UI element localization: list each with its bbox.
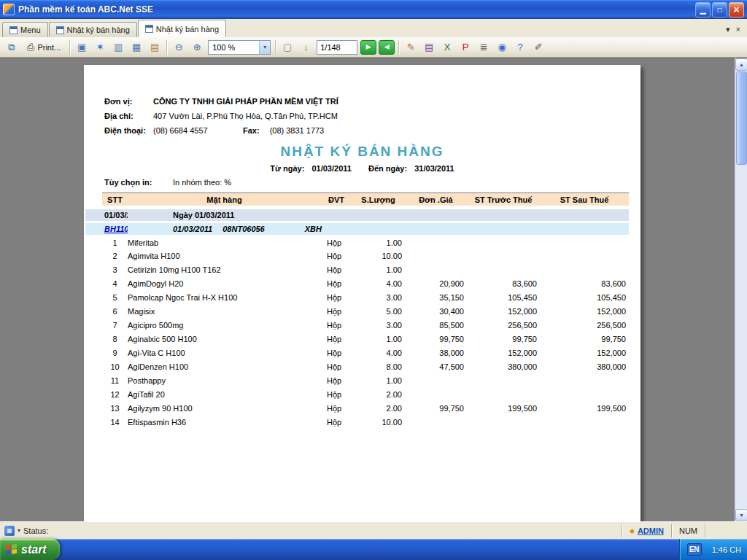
col-mat-hang: Mặt hàng	[128, 193, 321, 208]
item-unit: Hộp	[321, 319, 352, 332]
item-pre-tax	[467, 249, 540, 263]
close-button[interactable]: ×	[729, 2, 744, 18]
col-st-truoc-thue: ST Trước Thuế	[467, 193, 540, 208]
zoom-in-button[interactable]: ⊕	[188, 39, 206, 55]
row-spacer	[85, 291, 102, 305]
export-text-icon: ≣	[480, 42, 488, 52]
edit-page-icon: ✐	[535, 42, 543, 52]
item-name: Miferitab	[128, 236, 321, 249]
export-excel-button[interactable]: X	[438, 39, 456, 55]
item-stt: 6	[102, 305, 128, 319]
from-value: 01/03/2011	[311, 164, 351, 173]
next-page-button[interactable]: ▶	[360, 40, 376, 55]
item-row: 12AgiTafil 20Hộp2.00	[85, 388, 629, 402]
item-name: Eftispasmin H36	[128, 416, 321, 429]
multiple-pages-button[interactable]: ▦	[128, 39, 145, 55]
tab-dropdown-button[interactable]: ▾	[726, 26, 730, 34]
zoom-out-button[interactable]: ⊖	[170, 39, 187, 55]
item-stt: 10	[102, 360, 128, 374]
copy-icon: ▣	[77, 42, 86, 52]
item-unit: Hộp	[321, 416, 352, 429]
address-label: Địa chỉ:	[104, 109, 153, 123]
item-post-tax: 380,000	[540, 360, 629, 374]
scrollbar-thumb[interactable]	[736, 71, 747, 165]
item-pre-tax: 199,500	[467, 402, 540, 416]
item-row: 3Cetirizin 10mg H100 T162Hộp1.00	[85, 263, 629, 277]
tab-close-button[interactable]: ×	[736, 26, 740, 34]
group-date: 01/03/2011	[85, 208, 128, 222]
scroll-down-button[interactable]: ▼	[735, 509, 747, 521]
document-link[interactable]: BH1103/00001	[104, 225, 128, 233]
item-row: 14Eftispasmin H36Hộp10.00	[85, 416, 629, 429]
item-post-tax	[540, 263, 629, 277]
vertical-scrollbar[interactable]: ▲ ▼	[735, 58, 747, 521]
status-menu-icon[interactable]: ▦	[4, 526, 15, 536]
status-menu-arrow-icon[interactable]: ▾	[18, 527, 20, 534]
unit-value: CÔNG TY TNHH GIẢI PHÁP PHẦN MỀM VIỆT TRÍ	[153, 94, 338, 109]
toolbar-separator	[398, 40, 399, 55]
item-name: AgiDenzen H100	[128, 360, 321, 374]
export-text-button[interactable]: ≣	[475, 39, 492, 55]
item-name: Agi-Vita C H100	[128, 346, 321, 360]
item-price	[405, 236, 467, 249]
report-table: STT Mặt hàng ĐVT S.Lượng Đơn .Giá ST Trư…	[85, 192, 629, 429]
scroll-up-button[interactable]: ▲	[735, 58, 747, 71]
item-qty: 3.00	[352, 319, 405, 332]
tab-nhat-ky-ban-hang-2[interactable]: Nhật ký bán hàng	[138, 20, 226, 37]
print-button[interactable]: ⎙Print...	[21, 39, 66, 55]
item-row: 2Agimvita H100Hộp10.00	[85, 249, 629, 263]
item-unit: Hộp	[321, 402, 352, 416]
item-unit: Hộp	[321, 374, 352, 388]
item-pre-tax	[467, 263, 540, 277]
facing-pages-button[interactable]: ▥	[109, 39, 127, 55]
edit-button[interactable]: ✎	[402, 39, 419, 55]
row-spacer	[85, 374, 102, 388]
tab-menu[interactable]: Menu	[2, 22, 48, 37]
zoom-combo[interactable]: 100 %▾	[208, 40, 271, 55]
goto-page-button[interactable]: ↓	[297, 39, 314, 55]
maximize-button[interactable]: □	[712, 2, 727, 18]
language-indicator[interactable]: EN	[687, 543, 702, 556]
page-background-button[interactable]: ▤	[146, 39, 163, 55]
item-unit: Hộp	[321, 346, 352, 360]
edit-page-button[interactable]: ✐	[530, 39, 547, 55]
toolbar-separator	[69, 40, 70, 55]
snapshot-button[interactable]: ▢	[279, 39, 296, 55]
tab-nhat-ky-ban-hang-1[interactable]: Nhật ký bán hàng	[49, 22, 137, 37]
combo-dropdown-icon[interactable]: ▾	[259, 41, 270, 54]
export-pdf-button[interactable]: P	[457, 39, 474, 55]
help-button[interactable]: ?	[511, 39, 529, 55]
export-html-button[interactable]: ◉	[493, 39, 511, 55]
bookmarks-button[interactable]: ▤	[420, 39, 438, 55]
copy-button[interactable]: ▣	[73, 39, 90, 55]
customize-button[interactable]: ✶	[91, 39, 109, 55]
start-button[interactable]: start	[0, 539, 60, 560]
admin-label[interactable]: ADMIN	[638, 526, 664, 535]
phone-label: Điện thoại:	[104, 123, 153, 138]
document-map-button[interactable]: ⧉	[3, 39, 20, 55]
item-qty: 1.00	[352, 236, 405, 249]
next-page-icon: ▶	[366, 44, 371, 50]
scroll-down-icon: ▼	[739, 513, 744, 518]
zoom-value: 100 %	[209, 43, 259, 52]
page-number-input[interactable]	[317, 40, 357, 55]
item-row: 13Agilyzym 90 H100Hộp2.0099,750199,50019…	[85, 402, 629, 416]
item-unit: Hộp	[321, 388, 352, 402]
tab-strip: MenuNhật ký bán hàngNhật ký bán hàng	[2, 20, 721, 37]
date-group-row: 01/03/2011Ngày 01/03/2011	[85, 208, 629, 222]
company-unit-line: Đơn vị: CÔNG TY TNHH GIẢI PHÁP PHẦN MỀM …	[84, 94, 640, 109]
item-post-tax: 152,000	[540, 346, 629, 360]
document-date: 01/03/2011	[173, 225, 212, 233]
minimize-button[interactable]: ▁	[695, 2, 711, 18]
item-post-tax: 256,500	[540, 319, 629, 332]
prev-page-button[interactable]: ◀	[379, 40, 395, 55]
item-qty: 4.00	[352, 277, 405, 291]
export-pdf-icon: P	[462, 42, 469, 52]
item-pre-tax	[467, 236, 540, 249]
header-spacer	[85, 193, 102, 208]
unit-label: Đơn vị:	[104, 94, 153, 109]
form-window-icon	[145, 25, 153, 33]
scroll-up-icon: ▲	[739, 62, 744, 67]
item-row: 4AgimDogyl H20Hộp4.0020,90083,60083,600	[85, 277, 629, 291]
form-window-icon	[56, 26, 64, 34]
